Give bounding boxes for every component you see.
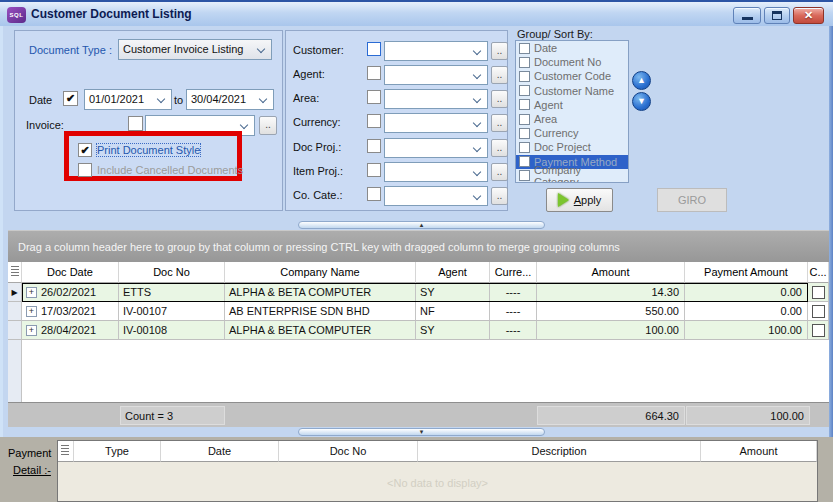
cell-currency[interactable]: ---- <box>490 321 537 340</box>
giro-button[interactable]: GIRO <box>657 188 727 212</box>
date-to-select[interactable]: 30/04/2021 <box>186 89 274 110</box>
cell-agent[interactable]: NF <box>416 302 490 321</box>
row-checkbox[interactable] <box>812 286 825 299</box>
group-sort-item-area[interactable]: Area <box>516 112 628 126</box>
area-browse-button[interactable]: .. <box>491 90 508 108</box>
table-row[interactable]: ▶ +26/02/2021 ETTS ALPHA & BETA COMPUTER… <box>8 283 829 302</box>
close-button[interactable]: ✕ <box>793 7 824 24</box>
currency-checkbox[interactable] <box>367 114 381 128</box>
cell-payment-amount[interactable]: 0.00 <box>685 283 808 302</box>
cell-currency[interactable]: ---- <box>490 283 537 302</box>
column-header-description[interactable]: Description <box>418 441 701 462</box>
item-proj-select[interactable] <box>384 162 488 182</box>
co-cate-checkbox[interactable] <box>367 187 381 201</box>
area-checkbox[interactable] <box>367 90 381 104</box>
cell-currency[interactable]: ---- <box>490 302 537 321</box>
cell-company-name[interactable]: ALPHA & BETA COMPUTER <box>225 283 416 302</box>
row-expand-icon[interactable]: + <box>26 325 37 336</box>
minimize-button[interactable] <box>733 7 761 24</box>
co-cate-browse-button[interactable]: .. <box>491 187 508 205</box>
column-header-doc-no[interactable]: Doc No <box>119 262 225 283</box>
customer-checkbox[interactable] <box>367 42 381 56</box>
splitter-collapse-up[interactable]: ▴ <box>298 221 545 229</box>
cell-doc-no[interactable]: ETTS <box>119 283 225 302</box>
agent-checkbox[interactable] <box>367 66 381 80</box>
date-from-select[interactable]: 01/01/2021 <box>84 89 172 110</box>
checkbox-icon[interactable] <box>519 128 530 139</box>
move-down-button[interactable]: ▼ <box>632 92 651 111</box>
splitter-collapse-down[interactable]: ▾ <box>298 428 545 436</box>
apply-button[interactable]: Apply <box>546 188 613 212</box>
grid-corner-cell[interactable] <box>8 262 22 283</box>
group-sort-item-doc-project[interactable]: Doc Project <box>516 140 628 154</box>
date-checkbox[interactable]: ✔ <box>63 91 78 106</box>
table-row[interactable]: +28/04/2021 IV-00108 ALPHA & BETA COMPUT… <box>8 321 829 340</box>
checkbox-icon[interactable] <box>519 71 530 82</box>
checkbox-icon[interactable] <box>519 99 530 110</box>
area-select[interactable] <box>384 89 488 109</box>
cell-amount[interactable]: 14.30 <box>537 283 685 302</box>
column-header-currency[interactable]: Curre... <box>490 262 537 283</box>
cell-doc-no[interactable]: IV-00108 <box>119 321 225 340</box>
group-sort-item-document-no[interactable]: Document No <box>516 55 628 69</box>
column-header-cancelled[interactable]: C... <box>808 262 829 283</box>
cell-agent[interactable]: SY <box>416 283 490 302</box>
cell-doc-no[interactable]: IV-00107 <box>119 302 225 321</box>
column-header-doc-no[interactable]: Doc No <box>279 441 418 462</box>
agent-browse-button[interactable]: .. <box>491 66 508 84</box>
column-header-amount[interactable]: Amount <box>701 441 817 462</box>
row-checkbox[interactable] <box>812 305 825 318</box>
cell-payment-amount[interactable]: 100.00 <box>685 321 808 340</box>
cell-amount[interactable]: 100.00 <box>537 321 685 340</box>
include-cancelled-checkbox[interactable] <box>78 163 92 177</box>
customer-select[interactable] <box>384 41 488 61</box>
column-header-type[interactable]: Type <box>74 441 161 462</box>
currency-select[interactable] <box>384 113 488 133</box>
column-header-agent[interactable]: Agent <box>416 262 490 283</box>
checkbox-icon[interactable] <box>519 57 530 68</box>
checkbox-icon[interactable] <box>519 170 530 181</box>
group-sort-item-date[interactable]: Date <box>516 41 628 55</box>
group-sort-item-customer-name[interactable]: Customer Name <box>516 84 628 98</box>
checkbox-icon[interactable] <box>519 114 530 125</box>
column-header-doc-date[interactable]: Doc Date <box>22 262 119 283</box>
row-checkbox[interactable] <box>812 324 825 337</box>
invoice-browse-button[interactable]: .. <box>259 116 277 135</box>
customer-browse-button[interactable]: .. <box>491 42 508 60</box>
print-document-style-checkbox[interactable]: ✔ <box>78 143 92 157</box>
doc-proj-browse-button[interactable]: .. <box>491 139 508 157</box>
doc-proj-select[interactable] <box>384 138 488 158</box>
document-type-select[interactable]: Customer Invoice Listing <box>118 39 272 60</box>
item-proj-checkbox[interactable] <box>367 163 381 177</box>
item-proj-browse-button[interactable]: .. <box>491 163 508 181</box>
cell-company-name[interactable]: AB ENTERPRISE SDN BHD <box>225 302 416 321</box>
include-cancelled-label[interactable]: Include Cancelled Documents <box>97 164 243 176</box>
group-sort-item-company-category[interactable]: Company Category <box>516 169 628 183</box>
checkbox-icon[interactable] <box>519 85 530 96</box>
group-sort-item-currency[interactable]: Currency <box>516 126 628 140</box>
column-header-company-name[interactable]: Company Name <box>225 262 416 283</box>
checkbox-icon[interactable] <box>519 142 530 153</box>
row-expand-icon[interactable]: + <box>26 306 37 317</box>
cell-payment-amount[interactable]: 0.00 <box>685 302 808 321</box>
cell-company-name[interactable]: ALPHA & BETA COMPUTER <box>225 321 416 340</box>
co-cate-select[interactable] <box>384 186 488 206</box>
maximize-button[interactable] <box>764 7 790 24</box>
group-sort-item-agent[interactable]: Agent <box>516 98 628 112</box>
titlebar[interactable]: SQL Customer Document Listing ✕ <box>0 0 833 26</box>
group-by-drop-area[interactable]: Drag a column header here to group by th… <box>8 230 829 262</box>
doc-proj-checkbox[interactable] <box>367 139 381 153</box>
move-up-button[interactable]: ▲ <box>632 71 651 90</box>
agent-select[interactable] <box>384 65 488 85</box>
column-header-payment-amount[interactable]: Payment Amount <box>685 262 808 283</box>
print-document-style-label[interactable]: Print Document Style <box>97 144 200 156</box>
checkbox-icon[interactable] <box>519 156 530 167</box>
column-header-date[interactable]: Date <box>161 441 279 462</box>
table-row[interactable]: +17/03/2021 IV-00107 AB ENTERPRISE SDN B… <box>8 302 829 321</box>
cell-agent[interactable]: SY <box>416 321 490 340</box>
currency-browse-button[interactable]: .. <box>491 114 508 132</box>
invoice-checkbox[interactable] <box>128 116 143 131</box>
cell-amount[interactable]: 550.00 <box>537 302 685 321</box>
column-header-amount[interactable]: Amount <box>537 262 685 283</box>
checkbox-icon[interactable] <box>519 43 530 54</box>
